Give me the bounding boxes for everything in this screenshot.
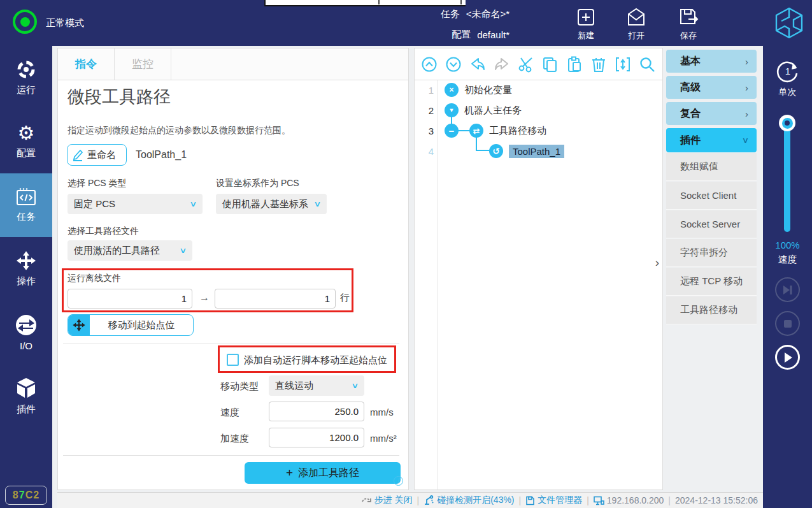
- line-number: 4: [417, 146, 434, 157]
- move-type-select[interactable]: 直线运动 ∨: [269, 375, 364, 396]
- redo-icon[interactable]: [493, 55, 510, 73]
- plugin-item-socket-client[interactable]: Socket Client: [666, 182, 757, 210]
- line-number: 1: [417, 85, 434, 96]
- panel-expander-chevron[interactable]: ›: [651, 254, 664, 272]
- add-toolpath-label: 添加工具路径: [298, 467, 359, 480]
- plugin-item-socket-server[interactable]: Socket Server: [666, 210, 757, 238]
- delete-icon[interactable]: [590, 55, 607, 73]
- tab-command[interactable]: 指令: [58, 48, 115, 80]
- offline-from-input[interactable]: [68, 289, 192, 308]
- mode-indicator-dot: [20, 17, 30, 27]
- stop-button[interactable]: [775, 311, 800, 336]
- sidebar-item-config[interactable]: ⚙ 配置: [0, 110, 52, 173]
- move-up-icon[interactable]: [420, 55, 438, 73]
- auto-run-checkbox[interactable]: [227, 354, 239, 366]
- task-config-info: 任务 <未命名>* 配置 default*: [382, 6, 509, 47]
- tree-row-toolpath-move[interactable]: − ⇄ 工具路径移动: [445, 120, 546, 141]
- tab-command-label: 指令: [75, 57, 97, 71]
- io-circle-icon: [15, 314, 37, 336]
- open-task-button[interactable]: 打开: [618, 6, 654, 41]
- sidebar-item-run[interactable]: 运行: [0, 46, 52, 110]
- tree-row-init-vars[interactable]: × 初始化变量: [445, 80, 512, 100]
- task-value: <未命名>*: [466, 8, 509, 20]
- tree-row-label: 机器人主任务: [464, 105, 522, 117]
- category-advanced[interactable]: 高级 ›: [666, 76, 757, 99]
- skip-next-icon: [782, 285, 794, 295]
- window-artifact: [264, 0, 466, 6]
- category-basic[interactable]: 基本 ›: [666, 50, 757, 73]
- info-icon[interactable]: i: [394, 476, 403, 486]
- plugin-item-remote-tcp-move[interactable]: 远程 TCP 移动: [666, 268, 757, 296]
- tree-toolbar: [415, 48, 662, 80]
- speed-input[interactable]: [269, 402, 364, 421]
- chevron-right-icon: ›: [745, 82, 748, 93]
- chevron-right-icon: ›: [745, 108, 748, 119]
- new-task-button[interactable]: 新建: [568, 6, 604, 41]
- network-status[interactable]: 192.168.0.200: [594, 495, 664, 505]
- offline-unit-label: 行: [340, 292, 350, 304]
- category-plugin-label: 插件: [680, 134, 701, 147]
- toolpath-file-select[interactable]: 使用激活的工具路径 ∨: [68, 240, 192, 261]
- add-toolpath-button[interactable]: + 添加工具路径: [245, 462, 401, 484]
- rename-button-label: 重命名: [87, 149, 116, 161]
- config-value: default*: [477, 29, 509, 40]
- collision-status[interactable]: 碰撞检测开启(43%): [424, 495, 514, 506]
- pcs-frame-value: 使用机器人基坐标系: [222, 198, 308, 210]
- pcs-type-select[interactable]: 固定 PCS ∨: [68, 194, 203, 214]
- tree-row-label: 初始化变量: [464, 84, 512, 96]
- tree-row-main-task[interactable]: ▼ 机器人主任务: [445, 100, 522, 120]
- replace-icon[interactable]: [614, 55, 631, 73]
- cycle-mode-button[interactable]: 1: [775, 59, 801, 85]
- undo-icon[interactable]: [469, 55, 486, 73]
- sidebar-item-operate[interactable]: 操作: [0, 237, 52, 301]
- brand-logo-icon: [773, 6, 805, 40]
- save-task-button[interactable]: 保存: [671, 6, 706, 41]
- speed-slider-knob[interactable]: [779, 115, 795, 131]
- step-next-button[interactable]: [775, 277, 800, 302]
- rename-button[interactable]: 重命名: [67, 144, 127, 166]
- paste-icon[interactable]: [566, 55, 583, 73]
- category-composite[interactable]: 复合 ›: [666, 102, 757, 125]
- save-icon: [678, 6, 699, 28]
- chevron-down-icon: ∨: [313, 200, 321, 208]
- pcs-frame-select[interactable]: 使用机器人基坐标系 ∨: [216, 194, 327, 214]
- step-mode-status[interactable]: 步进 关闭: [362, 495, 413, 506]
- speed-slider-track[interactable]: [784, 120, 790, 232]
- separator: |: [417, 495, 420, 505]
- cycle-count: 1: [775, 66, 801, 76]
- move-to-start-button[interactable]: 移动到起始点位: [68, 314, 194, 336]
- plus-icon: +: [286, 466, 293, 480]
- accel-input[interactable]: [269, 428, 364, 447]
- tree-row-label: 工具路径移动: [489, 125, 546, 137]
- plugin-item-string-split[interactable]: 字符串拆分: [666, 239, 757, 267]
- sidebar-item-plugin[interactable]: 插件: [0, 365, 52, 428]
- move-down-icon[interactable]: [445, 55, 462, 73]
- file-manager-button[interactable]: 文件管理器: [525, 495, 582, 506]
- copy-icon[interactable]: [541, 55, 559, 73]
- cut-icon[interactable]: [517, 55, 534, 73]
- speed-rail-label: 速度: [763, 254, 812, 266]
- hex-code-badge[interactable]: 87C2: [5, 486, 47, 505]
- left-sidebar: 运行 ⚙ 配置 任务 操作 I/O 插件: [0, 46, 52, 508]
- play-button[interactable]: [775, 345, 800, 370]
- status-bar: 步进 关闭 | 碰撞检测开启(43%) | 文件管理器 | 192.168.0.…: [57, 492, 763, 508]
- category-advanced-label: 高级: [680, 81, 701, 94]
- offline-to-input[interactable]: [215, 289, 336, 308]
- category-plugin[interactable]: 插件 ∨: [666, 128, 757, 152]
- chevron-down-icon: ∨: [351, 381, 359, 390]
- search-icon[interactable]: [638, 55, 655, 73]
- tree-connector: [476, 150, 490, 151]
- config-label: 配置: [452, 29, 471, 41]
- new-folder-icon: [575, 6, 597, 28]
- datetime: 2024-12-13 15:52:06: [675, 495, 758, 505]
- line-number: 2: [417, 105, 434, 116]
- task-code-icon: [15, 187, 37, 207]
- plugin-item-toolpath-move[interactable]: 工具路径移动: [666, 296, 757, 324]
- tree-row-toolpath-1[interactable]: ↺ ToolPath_1: [489, 141, 564, 161]
- sidebar-item-io[interactable]: I/O: [0, 301, 52, 365]
- tab-monitor[interactable]: 监控: [115, 48, 171, 80]
- slider-knob-center: [785, 120, 790, 126]
- plugin-item-array-assign[interactable]: 数组赋值: [666, 153, 757, 181]
- toolpath-name-text: ToolPath_1: [136, 149, 187, 161]
- sidebar-item-task[interactable]: 任务: [0, 173, 52, 237]
